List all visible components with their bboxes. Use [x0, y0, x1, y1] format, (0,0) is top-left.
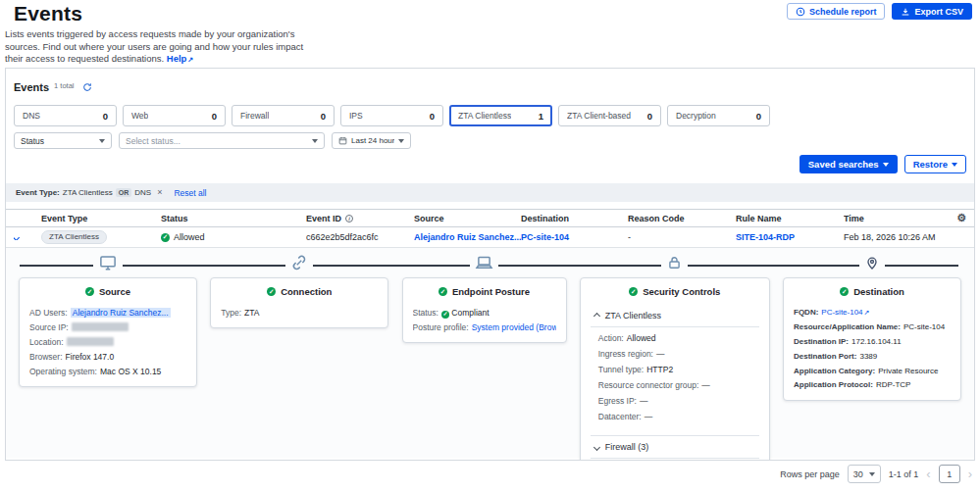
egress-ip-field: Egress IP:— [598, 396, 759, 407]
field-label: Location: [29, 337, 64, 347]
connection-title-label: Connection [281, 286, 332, 297]
filter-card-web[interactable]: Web 0 [123, 105, 226, 126]
rows-per-page-value: 30 [853, 469, 863, 479]
saved-searches-button[interactable]: Saved searches [799, 155, 898, 173]
event-detail-panel: Source AD Users:Alejandro Ruiz Sanchez..… [6, 248, 974, 458]
external-link-icon: ↗ [864, 309, 870, 316]
check-icon [441, 311, 449, 319]
row-expand-cell [14, 235, 41, 240]
source-column: Source AD Users:Alejandro Ruiz Sanchez..… [19, 248, 197, 387]
filter-card-label: ZTA Clientless [458, 111, 511, 121]
help-link[interactable]: Help↗ [167, 53, 193, 64]
field-label: Destination Port: [794, 352, 856, 361]
field-label: Operating system: [29, 367, 97, 376]
filter-card-label: ZTA Client-based [567, 111, 631, 121]
link-icon [285, 254, 313, 271]
field-value: Mac OS X 10.15 [100, 367, 161, 376]
destination-link[interactable]: PC-site-104 [521, 232, 569, 242]
filter-card-zta-clientless[interactable]: ZTA Clientless 1 [449, 105, 552, 126]
filter-card-zta-client-based[interactable]: ZTA Client-based 0 [558, 105, 661, 126]
check-icon [840, 287, 849, 296]
schedule-report-label: Schedule report [809, 7, 877, 17]
table-header: Event Type Status Event ID Source Destin… [6, 209, 974, 227]
row-status-cell: Allowed [161, 232, 306, 242]
endpoint-posture-card-title: Endpoint Posture [413, 286, 556, 297]
time-range-select[interactable]: Last 24 hours [332, 132, 411, 149]
endpoint-posture-column: Endpoint Posture Status: Compliant Postu… [402, 248, 567, 343]
connection-column: Connection Type:ZTA [210, 248, 388, 328]
security-icon-slot [580, 248, 770, 277]
chevron-down-icon [99, 139, 105, 143]
next-page-icon[interactable]: › [968, 468, 972, 480]
source-ip-field: Source IP: [29, 322, 186, 333]
clock-icon [796, 7, 805, 17]
restore-button[interactable]: Restore [904, 155, 966, 173]
field-value: — [640, 396, 648, 406]
remove-filter-icon[interactable]: × [157, 188, 162, 197]
events-panel: Events 1 total DNS 0 Web 0 Firewall 0 IP… [5, 68, 975, 461]
column-destination: Destination [521, 214, 628, 223]
security-controls-card: Security Controls ZTA Clientless Action:… [580, 277, 770, 461]
ad-users-field: AD Users:Alejandro Ruiz Sanchez... [29, 308, 186, 319]
schedule-report-button[interactable]: Schedule report [787, 3, 886, 20]
gear-icon[interactable] [956, 213, 966, 223]
location-pin-icon [859, 254, 885, 271]
firewall-section-toggle[interactable]: Firewall (3) [591, 435, 759, 459]
chevron-down-icon [312, 139, 318, 143]
page-description: Lists events triggered by access request… [5, 28, 321, 66]
field-value: 3389 [859, 352, 877, 361]
filter-card-dns[interactable]: DNS 0 [14, 105, 117, 126]
fqdn-link[interactable]: PC-site-104 [821, 308, 862, 317]
status-field-select[interactable]: Status [14, 132, 112, 149]
field-label: Tunnel type: [598, 365, 644, 374]
rows-per-page-select[interactable]: 30 [848, 465, 881, 483]
filter-dropdowns: Status Select status... Last 24 hours [14, 132, 966, 149]
export-csv-button[interactable]: Export CSV [892, 3, 972, 20]
chip-value: ZTA Clientless [63, 188, 113, 197]
field-label: Type: [221, 308, 241, 318]
tunnel-type-field: Tunnel type:HTTP2 [598, 365, 759, 375]
row-destination-cell: PC-site-104 [521, 232, 628, 242]
filter-card-label: IPS [349, 111, 363, 121]
field-label: FQDN: [794, 308, 818, 317]
datacenter-field: Datacenter:— [598, 412, 759, 422]
filter-card-firewall[interactable]: Firewall 0 [232, 105, 335, 126]
filter-card-decryption[interactable]: Decryption 0 [667, 105, 770, 126]
filter-card-count: 0 [647, 111, 652, 122]
prev-page-icon[interactable]: ‹ [926, 468, 930, 480]
chevron-down-icon [869, 472, 875, 476]
field-label: Resource/Application Name: [794, 322, 901, 331]
connection-card: Connection Type:ZTA [210, 277, 388, 328]
refresh-button[interactable] [82, 82, 92, 92]
field-label: Application Protocol: [794, 380, 873, 389]
events-total-count: 1 total [54, 81, 74, 90]
table-row[interactable]: ZTA Clientless Allowed c662e2b5df2ac6fc … [6, 227, 974, 248]
location-redacted [67, 337, 114, 346]
reset-all-link[interactable]: Reset all [174, 188, 206, 198]
zta-clientless-section-toggle[interactable]: ZTA Clientless [591, 308, 759, 327]
saved-searches-label: Saved searches [808, 159, 879, 170]
action-field: Action:Allowed [598, 333, 759, 344]
page-description-text: Lists events triggered by access request… [5, 28, 303, 64]
field-value: ZTA [244, 308, 259, 318]
filter-card-ips[interactable]: IPS 0 [340, 105, 443, 126]
info-icon[interactable] [345, 215, 353, 222]
page-number-input[interactable]: 1 [939, 465, 960, 483]
posture-profile-link[interactable]: System provided (Brow... [472, 322, 556, 332]
lock-icon [661, 254, 688, 271]
header-actions: Schedule report Export CSV [787, 3, 972, 20]
source-link[interactable]: Alejandro Ruiz Sanchez... [414, 232, 521, 242]
status-field-label: Status [21, 136, 95, 146]
calendar-icon [338, 136, 347, 145]
check-icon [85, 287, 94, 296]
resource-application-name-field: Resource/Application Name:PC-site-104 [794, 322, 951, 332]
field-label: Ingress region: [598, 349, 653, 359]
ad-users-link[interactable]: Alejandro Ruiz Sanchez... [71, 308, 171, 318]
field-label: Status: [413, 308, 438, 318]
column-settings [948, 213, 966, 223]
column-time: Time [844, 214, 948, 223]
status-value-select[interactable]: Select status... [119, 132, 325, 149]
collapse-row-icon[interactable] [14, 235, 20, 240]
rule-name-link[interactable]: SITE-104-RDP [736, 232, 795, 242]
location-field: Location: [29, 337, 186, 348]
